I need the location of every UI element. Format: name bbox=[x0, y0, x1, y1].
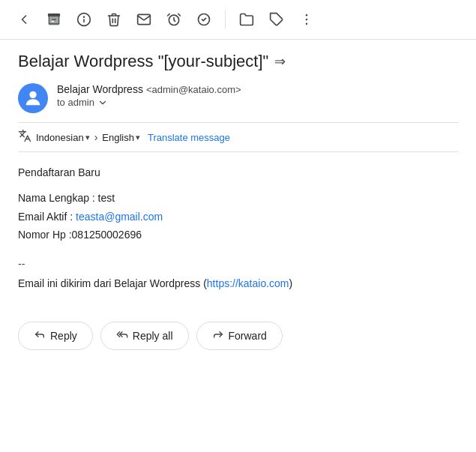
email-aktif-field: Email Aktif : teasta@gmail.com bbox=[18, 208, 458, 225]
source-lang-label: Indonesian bbox=[36, 132, 84, 143]
source-lang-chevron: ▾ bbox=[85, 133, 90, 142]
expand-icon[interactable]: ⇒ bbox=[274, 53, 286, 70]
to-row: to admin bbox=[57, 97, 458, 108]
sender-email: <admin@kataio.com> bbox=[146, 84, 241, 95]
email-aktif-link[interactable]: teasta@gmail.com bbox=[76, 211, 163, 223]
info-button[interactable] bbox=[72, 7, 96, 31]
delete-button[interactable] bbox=[102, 7, 126, 31]
forward-button[interactable]: Forward bbox=[196, 322, 283, 350]
svg-point-8 bbox=[306, 23, 308, 25]
archive-button[interactable] bbox=[42, 7, 66, 31]
sig-divider: -- bbox=[18, 256, 458, 272]
task-button[interactable] bbox=[192, 7, 216, 31]
target-lang-label: English bbox=[102, 132, 134, 143]
toolbar bbox=[0, 0, 476, 40]
subject-title: Belajar Wordpress "[your-subject]" bbox=[18, 52, 268, 71]
sender-name-row: Belajar Wordpress <admin@kataio.com> bbox=[57, 83, 458, 95]
forward-label: Forward bbox=[229, 330, 267, 342]
back-button[interactable] bbox=[12, 7, 36, 31]
snooze-button[interactable] bbox=[162, 7, 186, 31]
target-lang-chevron: ▾ bbox=[136, 133, 140, 142]
target-language-button[interactable]: English ▾ bbox=[102, 132, 140, 143]
to-dropdown[interactable] bbox=[97, 97, 108, 108]
translate-arrow: › bbox=[94, 131, 98, 143]
avatar bbox=[18, 83, 48, 113]
reply-all-label: Reply all bbox=[133, 330, 173, 342]
email-signature: -- Email ini dikirim dari Belajar Wordpr… bbox=[18, 256, 458, 292]
email-aktif-label: Email Aktif : bbox=[18, 211, 76, 223]
section-title: Pendaftaran Baru bbox=[18, 164, 458, 181]
email-container: Belajar Wordpress "[your-subject]" ⇒ Bel… bbox=[0, 40, 476, 374]
translate-icon bbox=[18, 129, 31, 145]
sender-row: Belajar Wordpress <admin@kataio.com> to … bbox=[18, 83, 458, 113]
label-button[interactable] bbox=[265, 7, 289, 31]
translate-bar: Indonesian ▾ › English ▾ Translate messa… bbox=[18, 122, 458, 152]
svg-point-6 bbox=[306, 14, 308, 16]
more-options-button[interactable] bbox=[295, 7, 319, 31]
nomor-hp-field: Nomor Hp :081250002696 bbox=[18, 226, 458, 243]
sig-text-before: Email ini dikirim dari Belajar Wordpress… bbox=[18, 277, 207, 289]
subject-row: Belajar Wordpress "[your-subject]" ⇒ bbox=[18, 52, 458, 71]
source-language-button[interactable]: Indonesian ▾ bbox=[36, 132, 90, 143]
sig-link[interactable]: https://kataio.com bbox=[207, 277, 289, 289]
sender-details: Belajar Wordpress <admin@kataio.com> to … bbox=[57, 83, 458, 108]
forward-icon bbox=[212, 328, 224, 343]
reply-label: Reply bbox=[50, 330, 77, 342]
sig-text: Email ini dikirim dari Belajar Wordpress… bbox=[18, 275, 458, 292]
sig-text-after: ) bbox=[289, 277, 293, 289]
sender-name: Belajar Wordpress bbox=[57, 83, 143, 95]
reply-button[interactable]: Reply bbox=[18, 322, 93, 350]
translate-message-link[interactable]: Translate message bbox=[148, 132, 230, 143]
svg-point-9 bbox=[29, 91, 36, 98]
action-buttons: Reply Reply all Forward bbox=[18, 310, 458, 362]
toolbar-divider bbox=[225, 10, 226, 28]
reply-all-button[interactable]: Reply all bbox=[100, 322, 189, 350]
mail-button[interactable] bbox=[132, 7, 156, 31]
reply-icon bbox=[34, 328, 46, 343]
reply-all-icon bbox=[116, 328, 128, 343]
to-label: to admin bbox=[57, 97, 94, 108]
move-button[interactable] bbox=[235, 7, 259, 31]
nama-lengkap-field: Nama Lengkap : test bbox=[18, 190, 458, 206]
email-body: Pendaftaran Baru Nama Lengkap : test Ema… bbox=[18, 164, 458, 304]
svg-point-7 bbox=[306, 19, 308, 21]
